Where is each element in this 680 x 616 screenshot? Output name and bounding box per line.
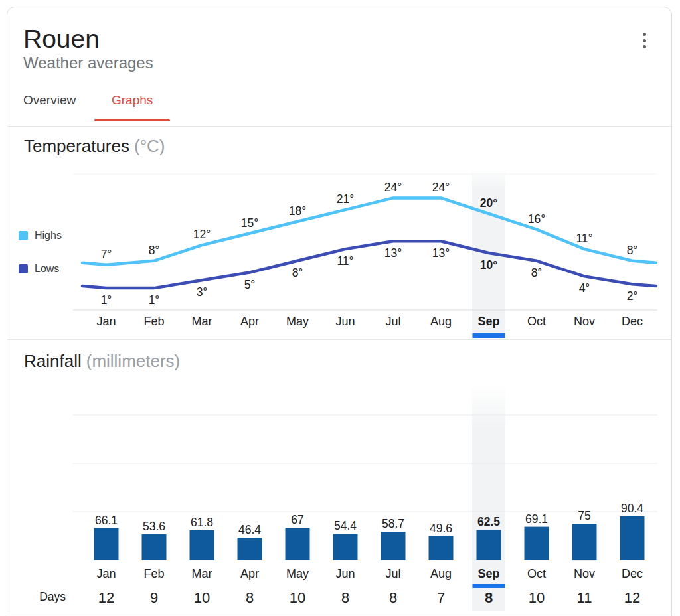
month-label[interactable]: Apr [240,567,259,580]
month-label[interactable]: Nov [574,567,595,580]
days-value: 10 [290,589,305,606]
days-value: 8 [389,589,397,606]
low-temp-label: 5° [244,278,256,291]
highs-line [82,198,656,264]
tab-overview[interactable]: Overview [23,94,76,106]
days-value: 8 [246,589,254,606]
days-value: 10 [194,589,210,606]
selected-month-indicator [473,584,505,588]
days-value: 10 [529,589,545,606]
month-label[interactable]: Dec [622,315,643,328]
temperatures-chart: 7°8°12°15°18°21°24°24°20°16°11°8°1°1°3°5… [0,159,680,345]
high-temp-label: 18° [289,204,306,218]
low-temp-label: 10° [480,258,497,271]
rain-bar[interactable] [333,534,358,560]
month-label[interactable]: Jun [335,567,355,580]
high-temp-label: 8° [149,244,160,257]
days-value: 8 [485,589,493,606]
month-label[interactable]: Jan [96,567,116,580]
rain-value-label: 54.4 [334,519,357,532]
more-options-button[interactable] [639,30,649,51]
page-title: Rouen [23,26,100,52]
rain-bar[interactable] [381,532,406,560]
low-temp-label: 1° [101,293,112,307]
high-temp-label: 21° [337,193,354,206]
rainfall-chart: 66.153.661.846.46754.458.749.662.569.175… [0,368,680,616]
kebab-menu-icon [643,31,646,50]
rain-value-label: 58.7 [382,517,404,530]
high-temp-label: 15° [241,216,258,230]
month-label[interactable]: Feb [143,315,164,328]
month-label[interactable]: Feb [143,567,164,580]
month-label[interactable]: Nov [574,315,595,328]
page-subtitle: Weather averages [23,55,153,71]
high-temp-label: 8° [627,244,638,257]
low-temp-label: 8° [292,266,303,279]
high-temp-label: 11° [576,232,592,245]
tab-graphs[interactable]: Graphs [112,94,153,106]
section-divider [7,339,672,340]
rain-bar[interactable] [142,534,167,560]
month-label[interactable]: Sep [477,567,499,580]
rain-bar[interactable] [477,530,501,560]
section-divider [7,611,672,611]
low-temp-label: 4° [579,281,590,295]
temperatures-title: Temperatures(°C) [24,137,165,155]
days-value: 11 [577,589,592,606]
rain-value-label: 62.5 [477,515,500,528]
month-label[interactable]: Aug [430,567,452,580]
high-temp-label: 24° [384,181,402,194]
rain-value-label: 69.1 [525,512,548,526]
rain-bar[interactable] [190,530,214,560]
low-temp-label: 13° [384,246,402,260]
rain-value-label: 90.4 [621,502,643,515]
low-temp-label: 11° [337,254,353,268]
low-temp-label: 2° [627,289,638,303]
rain-value-label: 66.1 [95,514,118,527]
month-label[interactable]: Sep [477,315,499,328]
month-label[interactable]: May [286,567,309,580]
high-temp-label: 12° [193,228,211,241]
high-temp-label: 7° [101,248,112,261]
rain-value-label: 75 [578,509,590,522]
rain-bar[interactable] [525,527,549,560]
days-value: 9 [150,589,158,606]
rain-value-label: 67 [291,513,303,526]
high-temp-label: 16° [528,212,545,226]
month-label[interactable]: Jan [96,315,116,328]
month-label[interactable]: May [286,315,309,328]
days-value: 12 [624,589,640,606]
lows-line [82,241,656,288]
rain-value-label: 49.6 [430,522,452,535]
month-label[interactable]: Jul [385,315,400,328]
rain-bar[interactable] [572,524,597,560]
days-row-label: Days [39,590,66,603]
rain-value-label: 53.6 [143,520,165,533]
high-temp-label: 24° [432,181,450,194]
month-label[interactable]: Oct [527,567,546,580]
month-label[interactable]: Mar [192,315,212,328]
rain-bar[interactable] [94,528,119,560]
rain-bar[interactable] [286,528,310,560]
rainfall-title: Rainfall(millimeters) [24,352,180,370]
rain-value-label: 61.8 [191,516,213,529]
rain-bar[interactable] [238,538,262,560]
days-value: 12 [98,589,114,606]
low-temp-label: 13° [432,246,450,260]
month-label[interactable]: Mar [192,567,212,580]
rain-value-label: 46.4 [238,523,261,536]
selected-month-indicator [473,333,505,338]
section-divider [7,126,672,127]
active-tab-indicator [94,119,170,121]
month-label[interactable]: Dec [622,567,643,580]
low-temp-label: 3° [197,285,208,299]
month-label[interactable]: Jun [335,315,355,328]
rain-bar[interactable] [620,516,645,560]
month-label[interactable]: Jul [385,567,400,580]
month-label[interactable]: Aug [430,315,452,328]
month-label[interactable]: Apr [240,315,259,328]
low-temp-label: 1° [149,293,160,307]
days-value: 8 [341,589,349,606]
month-label[interactable]: Oct [527,315,546,328]
rain-bar[interactable] [429,536,454,560]
